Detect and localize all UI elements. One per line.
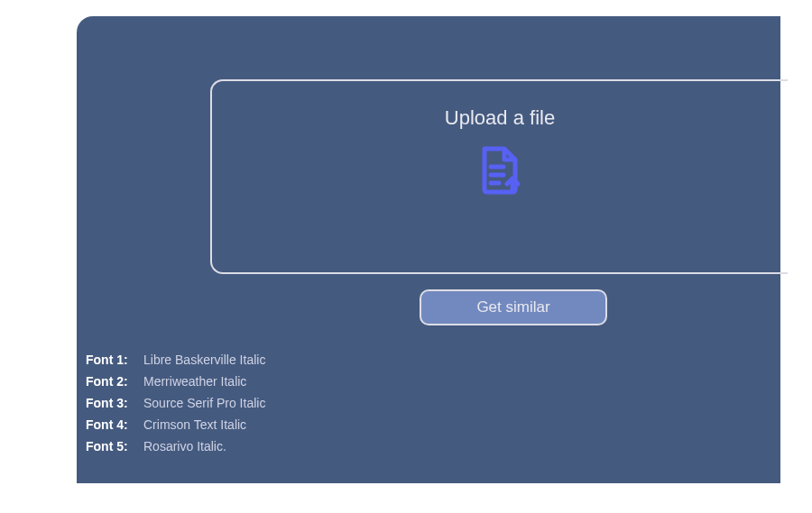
font-result-item: Font 2: Merriweather Italic (86, 374, 265, 389)
font-result-value: Crimson Text Italic (143, 417, 246, 432)
font-result-label: Font 3: (86, 396, 136, 410)
get-similar-button[interactable]: Get similar (420, 289, 607, 325)
font-result-value: Merriweather Italic (143, 374, 246, 389)
file-upload-icon (479, 146, 521, 195)
font-result-label: Font 2: (86, 374, 136, 389)
font-result-label: Font 4: (86, 417, 136, 432)
font-result-item: Font 3: Source Serif Pro Italic (86, 396, 265, 410)
get-similar-label: Get similar (476, 298, 549, 316)
font-result-label: Font 5: (86, 439, 136, 453)
font-result-label: Font 1: (86, 353, 136, 367)
font-results-list: Font 1: Libre Baskerville Italic Font 2:… (86, 353, 265, 453)
app-container: Upload a file Get similar Font 1: Libre … (77, 16, 780, 483)
upload-dropzone[interactable]: Upload a file (210, 79, 788, 274)
font-result-item: Font 5: Rosarivo Italic. (86, 439, 265, 453)
font-result-item: Font 4: Crimson Text Italic (86, 417, 265, 432)
upload-title: Upload a file (445, 106, 555, 130)
font-result-value: Source Serif Pro Italic (143, 396, 265, 410)
font-result-value: Libre Baskerville Italic (143, 353, 265, 367)
font-result-item: Font 1: Libre Baskerville Italic (86, 353, 265, 367)
font-result-value: Rosarivo Italic. (143, 439, 226, 453)
